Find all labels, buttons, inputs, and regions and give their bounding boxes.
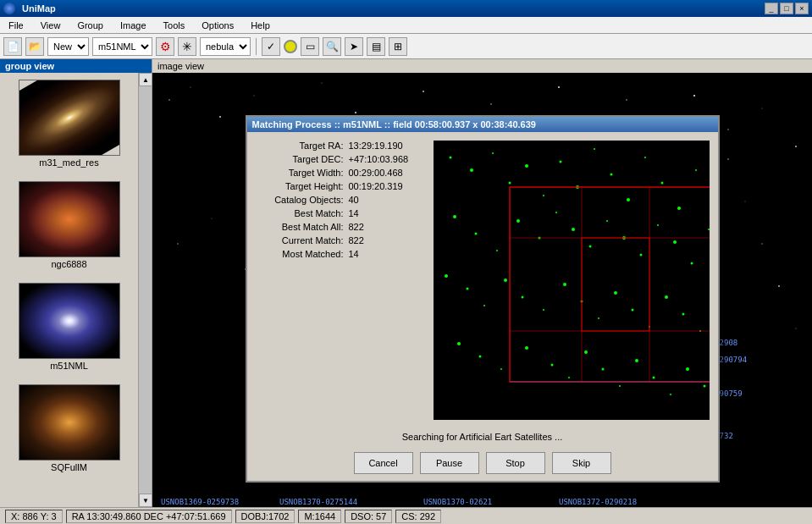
svg-point-109	[601, 368, 604, 371]
thumbnail-sq	[19, 384, 120, 461]
svg-point-93	[563, 283, 566, 286]
maximize-button[interactable]: □	[780, 3, 793, 14]
svg-point-88	[466, 288, 468, 290]
scroll-down-button[interactable]: ▼	[139, 494, 152, 507]
svg-point-73	[474, 233, 477, 235]
svg-point-112	[652, 377, 655, 379]
checkmark-icon[interactable]: ✓	[262, 37, 280, 56]
best-match-all-label: Best Match All:	[256, 222, 349, 232]
svg-point-103	[478, 356, 481, 358]
grid-icon-2[interactable]: ⊞	[389, 37, 407, 56]
modal-status-text: Searching for Artificial Eart Satellites…	[247, 428, 718, 445]
info-row-best-match-all: Best Match All: 822	[256, 222, 425, 232]
menu-group[interactable]: Group	[72, 19, 108, 31]
svg-point-104	[500, 368, 502, 370]
info-row-height: Target Height: 00:19:20.319	[256, 181, 425, 191]
settings-red-icon[interactable]: ⚙	[156, 37, 174, 56]
cancel-button[interactable]: Cancel	[354, 452, 413, 474]
search-icon[interactable]: 🔍	[323, 37, 341, 56]
svg-point-97	[631, 309, 633, 312]
svg-point-84	[673, 240, 677, 244]
rect-icon[interactable]: ▭	[301, 37, 319, 56]
open-icon-btn[interactable]: 📂	[25, 37, 44, 56]
thumbnail-ngc6888	[19, 181, 120, 257]
menu-file[interactable]: File	[3, 19, 29, 31]
svg-point-95	[598, 317, 599, 319]
menu-bar: File View Group Image Tools Options Help	[0, 17, 812, 34]
galaxy-image-m31	[19, 80, 120, 156]
menu-view[interactable]: View	[36, 19, 66, 31]
thumb-label-m31: m31_med_res	[39, 157, 98, 168]
svg-point-108	[584, 350, 588, 354]
ra-value: 13:29:19.190	[349, 141, 403, 151]
svg-point-72	[453, 215, 456, 218]
best-match-all-value: 822	[349, 222, 364, 232]
minimize-button[interactable]: _	[765, 3, 778, 14]
svg-point-92	[543, 309, 544, 311]
svg-point-82	[639, 254, 642, 256]
close-button[interactable]: ×	[795, 3, 809, 14]
app-icon	[3, 3, 15, 14]
info-row-width: Target Width: 00:29:00.468	[256, 168, 425, 178]
svg-point-62	[543, 195, 544, 196]
svg-point-77	[555, 212, 557, 213]
menu-image[interactable]: Image	[115, 19, 152, 31]
modal-overlay: Matching Process :: m51NML :: field 00:5…	[152, 90, 812, 507]
menu-help[interactable]: Help	[246, 19, 275, 31]
width-label: Target Width:	[256, 168, 349, 178]
grid-icon-1[interactable]: ▤	[367, 37, 385, 56]
galaxy-image-ngc6888	[19, 182, 119, 256]
modal-title-text: Matching Process :: m51NML :: field 00:5…	[252, 119, 536, 130]
filter-select[interactable]: nebula	[200, 37, 251, 56]
new-doc-icon-btn[interactable]: 📄	[3, 37, 22, 56]
svg-point-5	[321, 82, 322, 83]
dec-value: +47:10:03.968	[349, 154, 409, 164]
list-item[interactable]: SQFullM	[3, 381, 135, 476]
group-scrollbar[interactable]: ▲ ▼	[138, 73, 152, 507]
list-item[interactable]: ngc6888	[3, 178, 135, 273]
pause-button[interactable]: Pause	[420, 452, 479, 474]
catalog-value: 40	[349, 195, 359, 205]
svg-point-113	[670, 394, 671, 395]
info-row-current-match: Current Match: 822	[256, 235, 425, 245]
thumbnail-m51	[19, 283, 120, 359]
svg-point-100	[682, 313, 684, 316]
modal-star-canvas	[434, 141, 710, 420]
scroll-up-button[interactable]: ▲	[139, 73, 152, 86]
menu-tools[interactable]: Tools	[158, 19, 191, 31]
thumbnail-m31	[19, 80, 120, 156]
svg-point-96	[614, 291, 617, 295]
title-bar: UniMap _ □ ×	[0, 0, 812, 17]
info-row-catalog: Catalog Objects: 40	[256, 195, 425, 205]
svg-point-59	[492, 152, 494, 154]
svg-point-90	[504, 279, 507, 282]
current-match-label: Current Match:	[256, 235, 349, 245]
circle-yellow-icon[interactable]: ⠀	[284, 40, 297, 53]
star-field: USNOB1369-0259975 USNOB1370-0275414 USNO…	[152, 74, 812, 507]
new-select[interactable]: New	[47, 37, 89, 56]
left-panel: group view m31_med_res ngc6888	[0, 59, 152, 507]
asterisk-icon[interactable]: ✳	[178, 37, 196, 56]
svg-point-63	[559, 161, 561, 163]
best-match-label: Best Match:	[256, 208, 349, 218]
svg-point-111	[635, 359, 638, 362]
thumb-label-m51: m51NML	[50, 361, 88, 371]
svg-point-1	[190, 86, 191, 87]
menu-options[interactable]: Options	[196, 19, 239, 31]
stop-button[interactable]: Stop	[486, 452, 545, 474]
arrow-icon[interactable]: ➤	[345, 37, 363, 56]
svg-point-89	[483, 305, 485, 306]
best-match-value: 14	[349, 208, 359, 218]
group-view-content: m31_med_res ngc6888 m51NML	[0, 73, 152, 507]
image-view: image view	[152, 59, 812, 507]
svg-point-60	[508, 182, 511, 185]
list-item[interactable]: m31_med_res	[3, 76, 135, 171]
modal-canvas-svg	[434, 141, 710, 420]
list-item[interactable]: m51NML	[3, 279, 135, 374]
svg-point-99	[665, 295, 668, 299]
field-select[interactable]: m51NML	[92, 37, 152, 56]
svg-point-66	[610, 174, 612, 176]
svg-point-65	[594, 148, 595, 150]
height-label: Target Height:	[256, 181, 349, 191]
skip-button[interactable]: Skip	[552, 452, 611, 474]
